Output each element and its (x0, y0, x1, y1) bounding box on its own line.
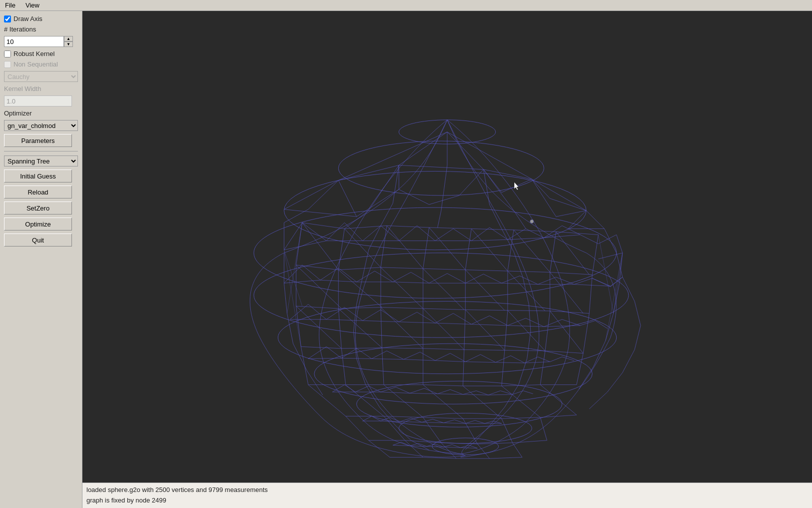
draw-axis-row: Draw Axis (4, 15, 78, 22)
svg-point-384 (530, 220, 534, 223)
optimizer-select[interactable]: gn_var_cholmod (4, 120, 78, 131)
svg-rect-0 (82, 11, 812, 482)
status-bar: loaded sphere.g2o with 2500 vertices and… (82, 482, 812, 508)
parameters-btn-row: Parameters (4, 134, 78, 147)
optimizer-label-row: Optimizer (4, 110, 78, 117)
draw-axis-label: Draw Axis (13, 15, 42, 22)
main-area: Draw Axis # Iterations ▲ ▼ Robust Kernel… (0, 11, 812, 508)
robust-kernel-checkbox[interactable] (4, 50, 11, 58)
canvas-area: loaded sphere.g2o with 2500 vertices and… (82, 11, 812, 508)
status-line-2: graph is fixed by node 2499 (86, 496, 808, 506)
status-line-1: loaded sphere.g2o with 2500 vertices and… (86, 485, 808, 496)
kernel-width-label-row: Kernel Width (4, 85, 78, 92)
iterations-up-btn[interactable]: ▲ (64, 36, 73, 42)
kernel-width-input-row (4, 96, 78, 106)
iterations-down-btn[interactable]: ▼ (64, 42, 73, 47)
optimize-button[interactable]: Optimize (4, 218, 72, 230)
iterations-input[interactable] (4, 36, 64, 47)
menubar: File View (0, 0, 812, 11)
spanning-tree-select[interactable]: Spanning Tree (4, 156, 78, 166)
non-sequential-row: Non Sequential (4, 60, 78, 68)
robust-kernel-label: Robust Kernel (13, 50, 54, 58)
kernel-type-select[interactable]: Cauchy (4, 71, 78, 82)
parameters-button[interactable]: Parameters (4, 134, 72, 147)
mesh-svg (82, 11, 812, 482)
iterations-spinner-buttons: ▲ ▼ (64, 36, 73, 47)
kernel-type-container: Cauchy (4, 71, 78, 82)
menu-file[interactable]: File (2, 0, 18, 10)
viewport[interactable] (82, 11, 812, 482)
quit-button[interactable]: Quit (4, 234, 72, 246)
non-sequential-checkbox[interactable] (4, 61, 11, 68)
optimizer-container: gn_var_cholmod (4, 120, 78, 131)
menu-view[interactable]: View (22, 0, 42, 10)
robust-kernel-row: Robust Kernel (4, 50, 78, 58)
sidebar: Draw Axis # Iterations ▲ ▼ Robust Kernel… (0, 11, 82, 508)
spanning-tree-container: Spanning Tree (4, 156, 78, 166)
kernel-width-input (4, 96, 72, 106)
initial-guess-button[interactable]: Initial Guess (4, 170, 72, 182)
separator-1 (4, 151, 78, 152)
iterations-label: # Iterations (4, 26, 78, 33)
setzero-button[interactable]: SetZero (4, 202, 72, 214)
reload-button[interactable]: Reload (4, 186, 72, 198)
non-sequential-label: Non Sequential (13, 60, 58, 68)
iterations-spinner: ▲ ▼ (4, 36, 78, 47)
draw-axis-checkbox[interactable] (4, 16, 11, 22)
